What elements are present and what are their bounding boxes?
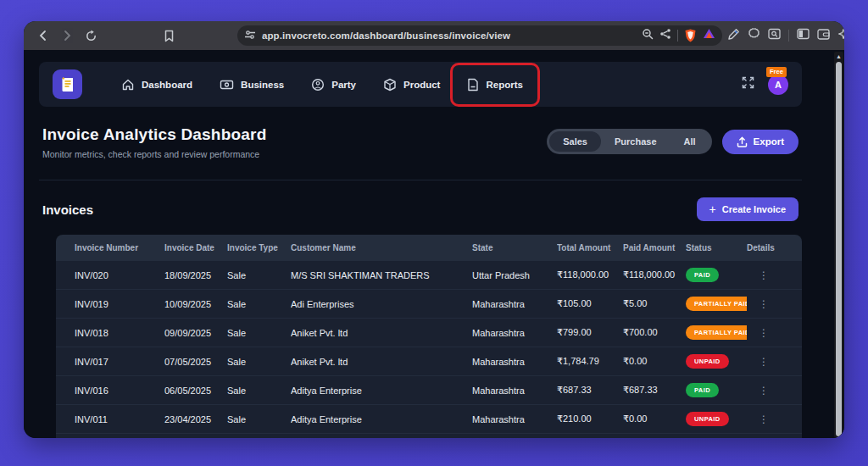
status-badge: PAID (686, 383, 719, 397)
row-actions-button[interactable]: ⋮ (747, 327, 802, 339)
page-scrollbar[interactable]: ▲ (834, 52, 843, 438)
back-icon[interactable] (34, 26, 53, 45)
status-badge: PAID (686, 268, 719, 282)
table-cell: INV/016 (56, 386, 164, 396)
row-actions-button[interactable]: ⋮ (747, 385, 802, 397)
sidebar-icon[interactable] (797, 28, 810, 43)
brave-rewards-icon[interactable] (703, 28, 715, 43)
nav-label: Party (331, 80, 356, 90)
scrollbar-up-arrow[interactable]: ▲ (834, 53, 843, 61)
column-header: State (472, 243, 557, 252)
table-cell: Aditya Enterprise (291, 386, 472, 396)
table-body: INV/02018/09/2025SaleM/S SRI SHAKTIMAN T… (56, 261, 802, 438)
nav-item-party[interactable]: Party (301, 71, 366, 98)
bookmark-icon[interactable] (159, 26, 178, 45)
table-cell: Maharashtra (472, 299, 557, 309)
nav-label: Dashboard (142, 80, 192, 90)
table-cell: Sale (227, 414, 291, 424)
plan-badge: Free (766, 67, 787, 77)
column-header: Invoice Number (56, 243, 164, 252)
table-cell: Sale (227, 328, 291, 338)
row-actions-button[interactable]: ⋮ (747, 269, 802, 281)
table-row[interactable]: INV/02018/09/2025SaleM/S SRI SHAKTIMAN T… (56, 261, 802, 290)
app-logo[interactable] (53, 69, 82, 99)
reload-icon[interactable] (81, 26, 100, 45)
page-content: Dashboard Business Party Product Reports (24, 50, 844, 438)
forward-icon[interactable] (58, 26, 76, 45)
status-badge: UNPAID (686, 354, 729, 369)
browser-toolbar: app.invocreto.com/dashboard/business/inv… (24, 21, 844, 50)
column-header: Status (686, 243, 747, 252)
fullscreen-icon[interactable] (742, 76, 754, 92)
plus-icon: + (709, 205, 716, 214)
table-cell: Maharashtra (472, 328, 557, 338)
avatar[interactable]: A (768, 75, 788, 95)
business-icon (220, 79, 234, 91)
column-header: Invoice Date (164, 243, 227, 252)
dashboard-header: Invoice Analytics Dashboard Monitor metr… (39, 107, 802, 180)
table-header-row: Invoice NumberInvoice DateInvoice TypeCu… (56, 235, 802, 261)
status-badge: PARTIALLY PAID (686, 325, 747, 340)
table-cell: ₹799.00 (557, 327, 623, 338)
table-cell: Sale (227, 299, 291, 309)
nav-label: Product (403, 80, 440, 90)
table-row[interactable]: INV/01809/09/2025SaleAniket Pvt. ltdMaha… (56, 319, 802, 347)
address-bar[interactable]: app.invocreto.com/dashboard/business/inv… (237, 25, 722, 46)
home-icon (121, 78, 135, 92)
zoom-icon[interactable] (642, 28, 654, 43)
table-cell: ₹210.00 (557, 413, 623, 424)
nav-item-product[interactable]: Product (373, 71, 450, 98)
table-cell: Aniket Pvt. ltd (291, 357, 472, 367)
filter-option-all[interactable]: All (670, 131, 709, 152)
table-cell: Maharashtra (472, 414, 557, 424)
status-badge: PARTIALLY PAID (686, 297, 747, 311)
party-icon (311, 78, 325, 92)
leo-ai-icon[interactable] (837, 28, 844, 44)
nav-item-dashboard[interactable]: Dashboard (111, 71, 203, 98)
export-icon (737, 136, 748, 147)
table-cell: INV/011 (56, 414, 164, 424)
row-actions-button[interactable]: ⋮ (747, 356, 802, 368)
table-cell: Aniket Pvt. ltd (291, 328, 472, 338)
scrollbar-thumb[interactable] (836, 62, 842, 436)
table-cell: Sale (227, 270, 291, 280)
table-row[interactable]: INV/01523/04/2025SaleAniket Pvt. ltdMaha… (56, 434, 802, 438)
wallet-icon[interactable] (817, 28, 830, 43)
product-icon (383, 78, 397, 92)
filter-option-sales[interactable]: Sales (549, 131, 601, 152)
nav-item-business[interactable]: Business (209, 72, 294, 97)
nav-label: Reports (486, 80, 522, 90)
row-actions-button[interactable]: ⋮ (747, 298, 802, 310)
table-cell: Sale (227, 357, 291, 367)
table-cell: Uttar Pradesh (472, 270, 557, 280)
pen-icon[interactable] (727, 28, 740, 44)
nav-item-reports[interactable]: Reports (457, 71, 532, 98)
export-label: Export (754, 136, 784, 147)
create-invoice-button[interactable]: + Create Invoice (697, 197, 798, 221)
export-button[interactable]: Export (722, 130, 798, 154)
table-cell: INV/017 (56, 357, 164, 367)
column-header: Invoice Type (227, 243, 291, 252)
table-cell: ₹687.33 (623, 385, 686, 396)
table-cell: Maharashtra (472, 386, 557, 396)
filter-option-purchase[interactable]: Purchase (601, 131, 670, 152)
share-icon[interactable] (659, 28, 671, 43)
site-settings-icon[interactable] (244, 28, 256, 43)
row-actions-button[interactable]: ⋮ (747, 413, 802, 425)
table-row[interactable]: INV/01707/05/2025SaleAniket Pvt. ltdMaha… (56, 347, 802, 376)
table-row[interactable]: INV/01910/09/2025SaleAdi EnterprisesMaha… (56, 290, 802, 319)
table-cell: ₹105.00 (557, 298, 623, 309)
table-cell: Aditya Enterprise (291, 414, 472, 424)
column-header: Paid Amount (623, 243, 686, 252)
table-cell: ₹700.00 (623, 327, 686, 338)
table-row[interactable]: INV/01123/04/2025SaleAditya EnterpriseMa… (56, 405, 802, 434)
account-menu[interactable]: Free A (768, 75, 788, 95)
tab-search-icon[interactable] (768, 28, 781, 43)
extensions-icon[interactable] (748, 28, 760, 44)
status-badge: UNPAID (686, 412, 729, 426)
table-row[interactable]: INV/01606/05/2025SaleAditya EnterpriseMa… (56, 376, 802, 405)
table-cell: ₹5.00 (623, 298, 686, 309)
url-text[interactable]: app.invocreto.com/dashboard/business/inv… (262, 31, 636, 41)
brave-shield-icon[interactable] (684, 29, 697, 42)
table-cell: INV/019 (56, 299, 164, 309)
